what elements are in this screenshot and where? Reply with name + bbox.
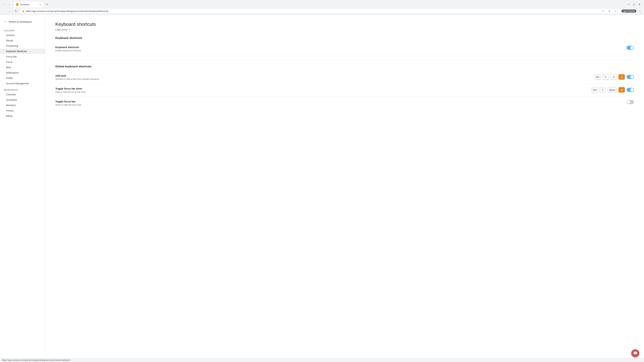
sidebar-item-members[interactable]: Members (0, 103, 45, 108)
section-title-global-keyboard-shortcuts: Global keyboard shortcuts (55, 65, 634, 68)
key-badge-add-task-1: ⇧ (602, 74, 609, 80)
lock-icon: 🔒 (22, 10, 24, 12)
learn-more-label: Learn more (55, 28, 68, 31)
back-arrow-icon: ← (4, 20, 7, 23)
return-to-workspace-link[interactable]: ← Return to workspace (0, 18, 45, 27)
main-content: Keyboard shortcuts Learn more ↗ Keyboard… (45, 15, 644, 358)
browser-chrome: ‹ › Sunsama ✕ + — ◻ ✕ ← → ↻ 🔒 https://ap… (0, 0, 644, 15)
tab-favicon (16, 3, 18, 6)
restore-btn[interactable]: ◻ (632, 2, 636, 6)
key-badge-toggle-focus-timer-2: Space (608, 87, 617, 92)
back-btn[interactable]: ← (1, 8, 6, 13)
addr-icons: ☆ ⇓ □ (600, 9, 618, 13)
reload-btn[interactable]: ↻ (14, 8, 18, 13)
setting-desc-enable-shortcuts: Enable keyboard shortcuts (55, 49, 620, 52)
tab-title: Sunsama (20, 3, 38, 6)
status-bar: https://app.sunsama.com/group/moodjoy/se… (0, 358, 644, 362)
setting-name-add-task: Add task (55, 74, 588, 77)
browser-menu-btn[interactable]: ⋮ (637, 8, 643, 14)
address-bar-row: ← → ↻ 🔒 https://app.sunsama.com/group/mo… (0, 7, 644, 15)
shift-icon: ⇧ (602, 88, 604, 91)
close-btn[interactable]: ✕ (637, 2, 641, 6)
minimize-btn[interactable]: — (626, 2, 630, 6)
url-text: https://app.sunsama.com/group/moodjoy/se… (26, 10, 599, 12)
key-badge-toggle-focus-timer-0: Ctrl (592, 87, 598, 92)
extensions-btn[interactable]: □ (613, 9, 618, 13)
sidebar-item-billing[interactable]: Billing (0, 113, 45, 119)
setting-name-toggle-focus-bar: Toggle focus bar (55, 100, 620, 103)
setting-info-toggle-focus-bar: Toggle focus barShow or hide the focus b… (55, 100, 620, 106)
setting-name-toggle-focus-timer: Toggle focus bar timer (55, 87, 585, 90)
toggle-knob-add-task (630, 75, 634, 79)
chat-bubble-btn[interactable]: 💬 (631, 349, 639, 357)
section-title-keyboard-shortcuts: Keyboard shortcuts (55, 36, 634, 40)
browser-forward-btn[interactable]: › (7, 2, 12, 7)
sidebar-item-privacy[interactable]: Privacy (0, 108, 45, 113)
key-badge-add-task-0: Ctrl (594, 74, 601, 80)
active-tab[interactable]: Sunsama ✕ (14, 1, 44, 7)
browser-back-btn[interactable]: ‹ (1, 2, 6, 7)
sidebar-item-focus-bar[interactable]: Focus Bar (0, 54, 45, 59)
bookmark-btn[interactable]: ☆ (600, 9, 605, 13)
toggle-knob-toggle-focus-bar (627, 100, 630, 104)
setting-controls-toggle-focus-timer: Ctrl⇧Space🖥 (592, 87, 634, 92)
chat-icon: 💬 (633, 351, 638, 356)
app-layout: ← Return to workspace Account GeneralRit… (0, 15, 644, 358)
address-bar[interactable]: 🔒 https://app.sunsama.com/group/moodjoy/… (20, 8, 620, 14)
incognito-label: Incognito (626, 10, 634, 12)
account-section-label: Account (0, 28, 45, 32)
sidebar-item-rituals[interactable]: Rituals (0, 38, 45, 43)
learn-more-link[interactable]: Learn more ↗ (55, 28, 634, 31)
setting-desc-add-task: Shortcut to add a task from outside Suns… (55, 78, 588, 80)
sidebar-item-notifications[interactable]: Notifications (0, 70, 45, 75)
sidebar-item-general[interactable]: General (0, 32, 45, 38)
tab-close-btn[interactable]: ✕ (39, 3, 42, 6)
setting-row-add-task: Add taskShortcut to add a task from outs… (55, 71, 634, 84)
window-controls: — ◻ ✕ (626, 2, 643, 6)
return-label: Return to workspace (9, 20, 32, 23)
sidebar-item-focus[interactable]: Focus (0, 59, 45, 65)
setting-row-toggle-focus-timer: Toggle focus bar timerStart or stop the … (55, 84, 634, 97)
setting-name-enable-shortcuts: Keyboard shortcuts (55, 46, 620, 49)
workspace-nav: ChannelsSchedulesMembersPrivacyBilling (0, 92, 45, 119)
status-url: https://app.sunsama.com/group/moodjoy/se… (2, 359, 72, 361)
divider-1 (55, 60, 634, 60)
setting-controls-toggle-focus-bar (626, 100, 634, 104)
account-nav: GeneralRitualsTimeboxingKeyboard Shortcu… (0, 32, 45, 86)
key-badge-add-task-3: 🖥 (618, 74, 625, 80)
setting-info-enable-shortcuts: Keyboard shortcutsEnable keyboard shortc… (55, 46, 620, 52)
tab-bar: ‹ › Sunsama ✕ + — ◻ ✕ (0, 0, 644, 7)
sidebar-item-channels[interactable]: Channels (0, 92, 45, 97)
key-badge-add-task-2: A (610, 74, 617, 80)
toggle-toggle-focus-bar[interactable] (626, 100, 634, 104)
setting-row-enable-shortcuts: Keyboard shortcutsEnable keyboard shortc… (55, 42, 634, 55)
sidebar-item-schedules[interactable]: Schedules (0, 97, 45, 103)
toggle-toggle-focus-timer[interactable] (626, 88, 634, 92)
external-link-icon: ↗ (68, 28, 70, 31)
main-sections: Keyboard shortcutsKeyboard shortcutsEnab… (55, 36, 634, 109)
sidebar-item-account-management[interactable]: Account Management (0, 81, 45, 86)
sidebar-item-timeboxing[interactable]: Timeboxing (0, 43, 45, 49)
setting-desc-toggle-focus-bar: Show or hide the focus bar (55, 104, 620, 106)
forward-btn[interactable]: → (8, 8, 12, 13)
key-badge-toggle-focus-timer-1: ⇧ (600, 87, 606, 92)
toggle-knob-enable-shortcuts (630, 46, 634, 49)
sidebar-item-profile[interactable]: Profile (0, 75, 45, 81)
setting-info-add-task: Add taskShortcut to add a task from outs… (55, 74, 588, 80)
new-tab-btn[interactable]: + (44, 2, 49, 7)
incognito-icon: 🏂 (623, 10, 626, 12)
toggle-enable-shortcuts[interactable] (626, 46, 634, 50)
workspace-section-label: Workspace (0, 87, 45, 92)
toggle-add-task[interactable] (626, 75, 634, 79)
setting-info-toggle-focus-timer: Toggle focus bar timerStart or stop the … (55, 87, 585, 93)
sidebar: ← Return to workspace Account GeneralRit… (0, 15, 45, 358)
setting-desc-toggle-focus-timer: Start or stop the focus bar timer (55, 91, 585, 93)
tab-bar-left: ‹ › (1, 2, 12, 7)
setting-row-toggle-focus-bar: Toggle focus barShow or hide the focus b… (55, 97, 634, 109)
toggle-knob-toggle-focus-timer (630, 88, 634, 91)
download-btn[interactable]: ⇓ (607, 9, 612, 13)
shift-icon: ⇧ (604, 76, 606, 78)
sidebar-item-beta[interactable]: Beta (0, 65, 45, 70)
sidebar-item-keyboard-shortcuts[interactable]: Keyboard Shortcuts (0, 49, 45, 54)
incognito-badge: 🏂 Incognito (622, 9, 636, 12)
